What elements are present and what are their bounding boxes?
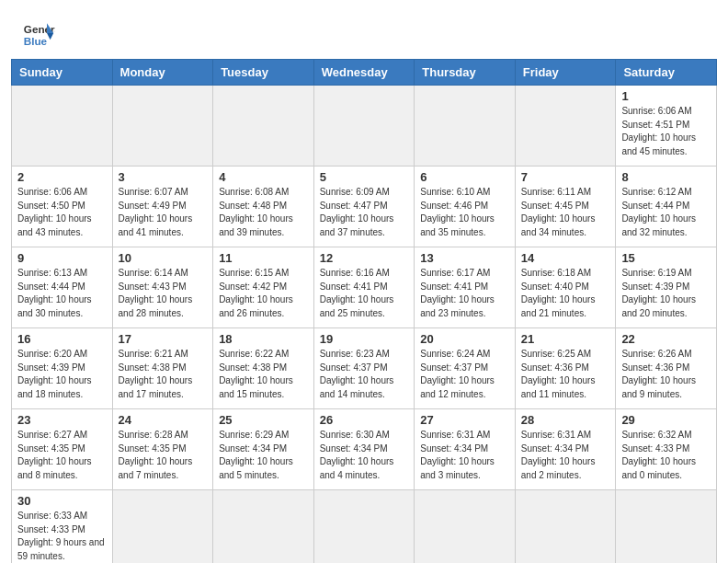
calendar-day-cell xyxy=(515,86,616,167)
calendar-day-cell: 10Sunrise: 6:14 AMSunset: 4:43 PMDayligh… xyxy=(112,247,213,328)
calendar-week-row: 16Sunrise: 6:20 AMSunset: 4:39 PMDayligh… xyxy=(12,328,717,409)
day-info: Sunrise: 6:14 AMSunset: 4:43 PMDaylight:… xyxy=(119,267,208,320)
day-number: 25 xyxy=(219,413,308,427)
day-info: Sunrise: 6:25 AMSunset: 4:36 PMDaylight:… xyxy=(521,348,610,401)
col-friday: Friday xyxy=(515,60,616,86)
calendar-container: Sunday Monday Tuesday Wednesday Thursday… xyxy=(0,59,728,563)
calendar-day-cell: 7Sunrise: 6:11 AMSunset: 4:45 PMDaylight… xyxy=(515,167,616,247)
page-header: General Blue xyxy=(0,0,728,59)
day-info: Sunrise: 6:20 AMSunset: 4:39 PMDaylight:… xyxy=(17,348,107,401)
col-monday: Monday xyxy=(112,60,213,86)
calendar-week-row: 30Sunrise: 6:33 AMSunset: 4:33 PMDayligh… xyxy=(12,490,717,564)
logo-icon: General Blue xyxy=(22,17,55,50)
day-info: Sunrise: 6:24 AMSunset: 4:37 PMDaylight:… xyxy=(420,348,509,401)
day-number: 13 xyxy=(420,251,509,265)
calendar-day-cell: 12Sunrise: 6:16 AMSunset: 4:41 PMDayligh… xyxy=(313,247,415,328)
calendar-day-cell xyxy=(12,86,113,167)
day-number: 20 xyxy=(420,332,509,346)
day-number: 29 xyxy=(621,413,711,427)
day-info: Sunrise: 6:21 AMSunset: 4:38 PMDaylight:… xyxy=(119,348,208,401)
day-info: Sunrise: 6:06 AMSunset: 4:51 PMDaylight:… xyxy=(621,105,711,158)
day-info: Sunrise: 6:19 AMSunset: 4:39 PMDaylight:… xyxy=(621,267,711,320)
day-number: 1 xyxy=(621,89,711,103)
day-info: Sunrise: 6:12 AMSunset: 4:44 PMDaylight:… xyxy=(621,186,711,239)
calendar-day-cell: 14Sunrise: 6:18 AMSunset: 4:40 PMDayligh… xyxy=(515,247,616,328)
calendar-day-cell: 29Sunrise: 6:32 AMSunset: 4:33 PMDayligh… xyxy=(616,409,717,490)
day-info: Sunrise: 6:27 AMSunset: 4:35 PMDaylight:… xyxy=(17,429,107,482)
day-info: Sunrise: 6:06 AMSunset: 4:50 PMDaylight:… xyxy=(17,186,107,239)
day-info: Sunrise: 6:31 AMSunset: 4:34 PMDaylight:… xyxy=(420,429,509,482)
day-number: 4 xyxy=(219,170,308,184)
calendar-day-cell: 21Sunrise: 6:25 AMSunset: 4:36 PMDayligh… xyxy=(515,328,616,409)
day-info: Sunrise: 6:07 AMSunset: 4:49 PMDaylight:… xyxy=(119,186,208,239)
calendar-day-cell xyxy=(313,490,415,564)
calendar-week-row: 1Sunrise: 6:06 AMSunset: 4:51 PMDaylight… xyxy=(12,86,717,167)
day-number: 21 xyxy=(521,332,610,346)
day-number: 10 xyxy=(119,251,208,265)
day-number: 3 xyxy=(119,170,208,184)
day-info: Sunrise: 6:32 AMSunset: 4:33 PMDaylight:… xyxy=(621,429,711,482)
calendar-day-cell xyxy=(112,86,213,167)
day-number: 16 xyxy=(17,332,107,346)
day-number: 12 xyxy=(320,251,409,265)
calendar-day-cell: 15Sunrise: 6:19 AMSunset: 4:39 PMDayligh… xyxy=(616,247,717,328)
col-thursday: Thursday xyxy=(415,60,516,86)
day-info: Sunrise: 6:23 AMSunset: 4:37 PMDaylight:… xyxy=(320,348,409,401)
calendar-day-cell: 24Sunrise: 6:28 AMSunset: 4:35 PMDayligh… xyxy=(112,409,213,490)
day-number: 24 xyxy=(119,413,208,427)
calendar-day-cell: 22Sunrise: 6:26 AMSunset: 4:36 PMDayligh… xyxy=(616,328,717,409)
calendar-day-cell: 4Sunrise: 6:08 AMSunset: 4:48 PMDaylight… xyxy=(213,167,314,247)
calendar-header-row: Sunday Monday Tuesday Wednesday Thursday… xyxy=(12,60,717,86)
calendar-day-cell: 28Sunrise: 6:31 AMSunset: 4:34 PMDayligh… xyxy=(515,409,616,490)
day-number: 17 xyxy=(119,332,208,346)
day-number: 23 xyxy=(17,413,107,427)
calendar-day-cell: 11Sunrise: 6:15 AMSunset: 4:42 PMDayligh… xyxy=(213,247,314,328)
svg-marker-3 xyxy=(47,33,53,40)
day-info: Sunrise: 6:33 AMSunset: 4:33 PMDaylight:… xyxy=(17,510,107,563)
day-number: 7 xyxy=(521,170,610,184)
calendar-day-cell: 1Sunrise: 6:06 AMSunset: 4:51 PMDaylight… xyxy=(616,86,717,167)
calendar-table: Sunday Monday Tuesday Wednesday Thursday… xyxy=(11,59,717,563)
day-number: 28 xyxy=(521,413,610,427)
calendar-day-cell xyxy=(515,490,616,564)
svg-text:Blue: Blue xyxy=(24,35,48,47)
calendar-day-cell xyxy=(415,86,516,167)
calendar-day-cell: 30Sunrise: 6:33 AMSunset: 4:33 PMDayligh… xyxy=(12,490,113,564)
logo: General Blue xyxy=(22,17,55,50)
calendar-day-cell: 27Sunrise: 6:31 AMSunset: 4:34 PMDayligh… xyxy=(415,409,516,490)
day-info: Sunrise: 6:10 AMSunset: 4:46 PMDaylight:… xyxy=(420,186,509,239)
day-info: Sunrise: 6:09 AMSunset: 4:47 PMDaylight:… xyxy=(320,186,409,239)
calendar-day-cell: 3Sunrise: 6:07 AMSunset: 4:49 PMDaylight… xyxy=(112,167,213,247)
col-wednesday: Wednesday xyxy=(313,60,415,86)
day-info: Sunrise: 6:22 AMSunset: 4:38 PMDaylight:… xyxy=(219,348,308,401)
calendar-day-cell: 17Sunrise: 6:21 AMSunset: 4:38 PMDayligh… xyxy=(112,328,213,409)
calendar-day-cell: 9Sunrise: 6:13 AMSunset: 4:44 PMDaylight… xyxy=(12,247,113,328)
day-info: Sunrise: 6:18 AMSunset: 4:40 PMDaylight:… xyxy=(521,267,610,320)
day-info: Sunrise: 6:15 AMSunset: 4:42 PMDaylight:… xyxy=(219,267,308,320)
day-number: 15 xyxy=(621,251,711,265)
day-number: 11 xyxy=(219,251,308,265)
day-number: 19 xyxy=(320,332,409,346)
day-number: 18 xyxy=(219,332,308,346)
calendar-day-cell xyxy=(616,490,717,564)
day-number: 22 xyxy=(621,332,711,346)
calendar-day-cell: 13Sunrise: 6:17 AMSunset: 4:41 PMDayligh… xyxy=(415,247,516,328)
calendar-week-row: 23Sunrise: 6:27 AMSunset: 4:35 PMDayligh… xyxy=(12,409,717,490)
day-number: 5 xyxy=(320,170,409,184)
day-number: 9 xyxy=(17,251,107,265)
calendar-day-cell xyxy=(213,86,314,167)
day-number: 26 xyxy=(320,413,409,427)
calendar-day-cell: 2Sunrise: 6:06 AMSunset: 4:50 PMDaylight… xyxy=(12,167,113,247)
calendar-day-cell xyxy=(112,490,213,564)
day-number: 30 xyxy=(17,494,107,508)
col-saturday: Saturday xyxy=(616,60,717,86)
calendar-week-row: 2Sunrise: 6:06 AMSunset: 4:50 PMDaylight… xyxy=(12,167,717,247)
day-number: 27 xyxy=(420,413,509,427)
calendar-day-cell: 26Sunrise: 6:30 AMSunset: 4:34 PMDayligh… xyxy=(313,409,415,490)
calendar-day-cell xyxy=(415,490,516,564)
calendar-day-cell: 18Sunrise: 6:22 AMSunset: 4:38 PMDayligh… xyxy=(213,328,314,409)
day-info: Sunrise: 6:17 AMSunset: 4:41 PMDaylight:… xyxy=(420,267,509,320)
col-tuesday: Tuesday xyxy=(213,60,314,86)
day-number: 6 xyxy=(420,170,509,184)
calendar-day-cell xyxy=(313,86,415,167)
